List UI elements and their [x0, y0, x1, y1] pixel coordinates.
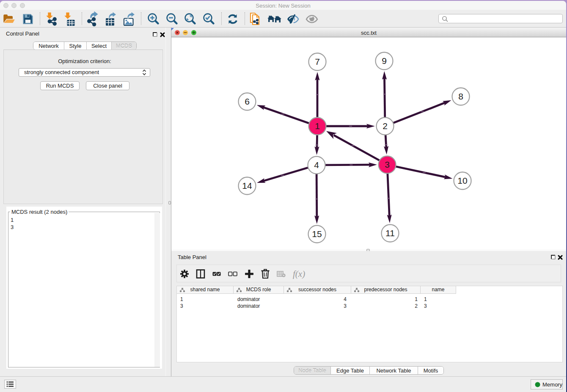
svg-text:11: 11: [385, 228, 395, 238]
svg-text:4: 4: [314, 160, 319, 170]
svg-text:9: 9: [382, 56, 387, 66]
svg-text:2: 2: [383, 121, 388, 131]
svg-text:10: 10: [457, 176, 467, 185]
svg-text:14: 14: [242, 181, 252, 190]
svg-text:1: 1: [315, 121, 320, 131]
svg-text:6: 6: [245, 97, 250, 106]
svg-text:3: 3: [385, 160, 390, 169]
svg-text:f(x): f(x): [293, 269, 305, 279]
svg-text:7: 7: [315, 57, 320, 66]
svg-text:8: 8: [458, 91, 463, 101]
svg-text:15: 15: [312, 229, 322, 239]
